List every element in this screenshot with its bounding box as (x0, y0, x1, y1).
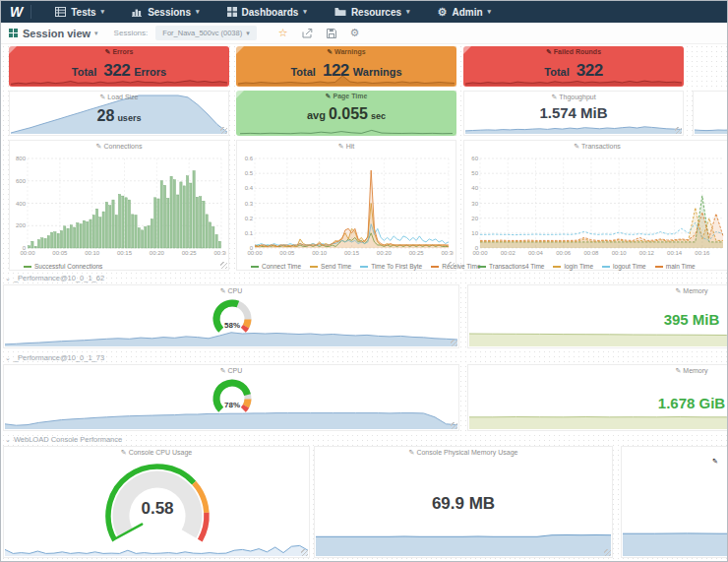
console-cpu-panel[interactable]: ✎Console CPU Usage 0.58 (3, 446, 310, 558)
resize-handle[interactable] (220, 127, 227, 134)
chevron-down-icon: ▾ (488, 8, 492, 16)
legend-label: Connect Time (262, 263, 301, 270)
legend-item[interactable]: main Time (655, 263, 696, 270)
section-header-performance-62[interactable]: ⌄_Performance@10_0_1_62 (5, 274, 104, 282)
favorite-star-icon[interactable]: ☆ (278, 27, 288, 39)
legend-item[interactable]: logout Time (602, 263, 646, 270)
nav-item-dashboards[interactable]: Dashboards▾ (213, 1, 321, 23)
legend-label: Transactions4 Time (489, 263, 544, 270)
panel-title: Errors (112, 48, 133, 55)
memory-panel-73[interactable]: ✎Memory 1.678 GiB (467, 364, 728, 431)
hit-chart: 00:0000:0500:1000:1500:2000:2500:3000.10… (239, 154, 454, 268)
legend-swatch (310, 266, 318, 268)
svg-text:30: 30 (471, 201, 478, 207)
panel-title: Memory (683, 287, 707, 294)
webload-dashboard: W Tests▾ Sessions▾ Dashboards▾ Resources… (0, 0, 728, 562)
throughput-panel[interactable]: ✎Thgoughput 1.574 MiB (463, 91, 684, 136)
nav-item-resources[interactable]: Resources▾ (321, 1, 424, 23)
page-time-panel[interactable]: ✎Page Time avg0.055sec (236, 91, 456, 136)
save-icon[interactable] (327, 25, 336, 42)
edit-icon[interactable]: ✎ (546, 48, 552, 55)
legend-label: Send Time (321, 263, 351, 270)
edit-icon[interactable]: ✎ (220, 367, 226, 374)
errors-panel[interactable]: ✎Errors Total322Errors (9, 46, 229, 87)
edit-icon[interactable]: ✎ (338, 143, 344, 150)
load-size-value: 28 (97, 107, 115, 125)
resize-handle[interactable] (604, 549, 611, 556)
memory-panel-62[interactable]: ✎Memory 395 MiB (467, 284, 728, 348)
edit-icon[interactable]: ✎ (121, 449, 127, 456)
clipped-console-panel[interactable]: ✎ (621, 446, 728, 558)
legend-item[interactable]: Successful Connections (24, 263, 102, 270)
svg-text:00:10: 00:10 (85, 250, 100, 256)
nav-label: Sessions (148, 7, 191, 18)
resize-handle[interactable] (675, 127, 682, 134)
cpu-panel-62[interactable]: ✎CPU 58% (3, 284, 459, 348)
section-header-console-performance[interactable]: ⌄WebLOAD Console Performance (5, 435, 122, 444)
clipped-area-chart (695, 120, 728, 134)
resize-handle[interactable] (451, 422, 457, 429)
edit-icon[interactable]: ✎ (220, 287, 226, 294)
legend-label: logout Time (613, 263, 646, 270)
resize-handle[interactable] (301, 549, 308, 556)
session-view-selector[interactable]: Session view (23, 28, 91, 39)
panel-title: Thgoughput (559, 94, 595, 100)
edit-icon[interactable]: ✎ (574, 143, 579, 150)
nav-item-tests[interactable]: Tests▾ (41, 1, 118, 23)
legend-item[interactable]: Transactions4 Time (478, 263, 544, 270)
resize-handle[interactable] (451, 340, 457, 346)
legend-item[interactable]: login Time (553, 263, 593, 270)
session-dropdown[interactable]: For_Nava_500vc (0038) ▾ (155, 26, 256, 40)
transactions-panel[interactable]: ✎Transactions 00:0000:0200:0400:0600:080… (463, 140, 728, 271)
cpu-panel-73[interactable]: ✎CPU 78% (3, 364, 459, 431)
legend-label: Successful Connections (34, 263, 102, 270)
warnings-panel[interactable]: ✎Warnings Total122Warnings (236, 46, 456, 87)
svg-text:200: 200 (16, 222, 27, 228)
svg-text:00:02: 00:02 (501, 250, 516, 256)
section-title: WebLOAD Console Performance (14, 435, 122, 444)
app-logo[interactable]: W (1, 4, 30, 20)
edit-icon[interactable]: ✎ (675, 287, 681, 294)
connections-panel[interactable]: ✎Connections 00:0000:0500:1000:1500:2000… (9, 140, 229, 271)
settings-gear-icon[interactable]: ⚙ (350, 27, 360, 39)
chevron-down-icon: ▾ (94, 30, 98, 37)
edit-icon[interactable]: ✎ (551, 94, 557, 100)
svg-text:0.2: 0.2 (245, 216, 254, 221)
svg-text:800: 800 (16, 156, 27, 161)
legend-item[interactable]: Send Time (310, 263, 351, 270)
svg-text:00:30: 00:30 (213, 250, 226, 256)
memory-value: 395 MiB (468, 311, 728, 328)
resize-handle[interactable] (448, 262, 455, 269)
nav-item-admin[interactable]: ⚙ Admin▾ (424, 1, 506, 23)
failed-rounds-panel[interactable]: ✎Failed Rounds Total322 (463, 46, 684, 87)
chevron-down-icon: ▾ (406, 8, 410, 16)
edit-icon[interactable]: ✎ (96, 143, 102, 150)
svg-text:400: 400 (16, 201, 27, 207)
export-icon[interactable] (302, 25, 313, 42)
chart-icon (132, 7, 143, 17)
console-memory-panel[interactable]: ✎Console Physical Memory Usage 69.9 MB (314, 446, 613, 558)
clipped-metric-panel[interactable] (693, 91, 728, 136)
legend-item[interactable]: Time To First Byte (360, 263, 422, 270)
edit-icon[interactable]: ✎ (99, 94, 105, 100)
top-navbar: W Tests▾ Sessions▾ Dashboards▾ Resources… (1, 1, 728, 23)
legend-swatch (553, 266, 561, 268)
resize-handle[interactable] (220, 262, 227, 269)
legend-label: main Time (666, 263, 696, 270)
edit-icon[interactable]: ✎ (326, 93, 332, 99)
nav-item-sessions[interactable]: Sessions▾ (118, 1, 212, 23)
edit-icon[interactable]: ✎ (105, 48, 111, 55)
edit-icon[interactable]: ✎ (327, 48, 333, 55)
panel-title: CPU (228, 367, 243, 374)
section-header-performance-73[interactable]: ⌄_Performance@10_0_1_73 (5, 353, 104, 362)
total-label: Total (544, 66, 569, 78)
svg-text:40: 40 (471, 185, 478, 191)
hit-panel[interactable]: ✎Hit 00:0000:0500:1000:1500:2000:2500:30… (236, 140, 456, 271)
edit-icon[interactable]: ✎ (409, 449, 415, 456)
clipped-console-area-chart (623, 527, 728, 556)
legend-item[interactable]: Connect Time (251, 263, 301, 270)
load-size-panel[interactable]: ✎Load Size 28users (9, 91, 229, 136)
edit-icon[interactable]: ✎ (675, 367, 681, 374)
edit-icon[interactable]: ✎ (712, 458, 718, 465)
panel-title: Page Time (333, 93, 367, 99)
